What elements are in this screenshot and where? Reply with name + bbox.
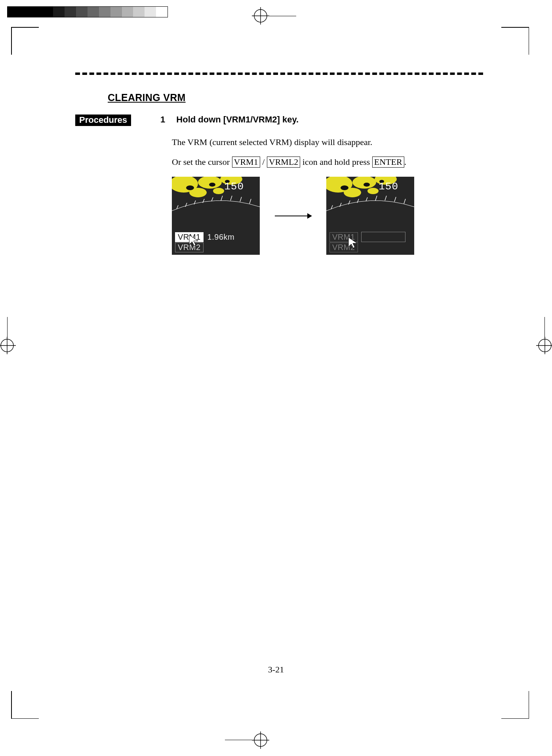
registration-mark-right: [536, 337, 552, 354]
svg-point-19: [209, 183, 215, 187]
crop-mark: [501, 27, 529, 55]
bearing-readout: 150: [379, 181, 398, 193]
svg-point-18: [186, 185, 194, 190]
radar-screenshot-before: 150 VRM1 1.96km VRM2: [172, 177, 260, 255]
svg-point-17: [213, 188, 224, 194]
step-number: 1: [160, 115, 165, 125]
procedures-badge: Procedures: [75, 115, 131, 126]
svg-point-40: [364, 183, 370, 187]
vrm1-value: 1.96km: [207, 233, 235, 242]
vrm1-tag-active: VRM1: [175, 232, 204, 242]
crop-mark: [501, 691, 529, 719]
screenshot-row: 150 VRM1 1.96km VRM2: [172, 177, 483, 255]
boxed-key-vrm1: VRM1: [232, 157, 260, 168]
boxed-key-enter: ENTER: [372, 157, 404, 168]
section-title: CLEARING VRM: [108, 92, 483, 103]
hairline: [7, 317, 8, 338]
bearing-readout: 150: [224, 181, 244, 193]
section-divider-dashed: [75, 73, 483, 75]
boxed-key-vrml2: VRML2: [267, 157, 301, 168]
svg-marker-32: [307, 213, 312, 219]
hairline: [269, 16, 296, 16]
vrm1-value-empty: [361, 232, 405, 242]
registration-mark-bottom: [252, 731, 269, 749]
arrow-right-icon: [274, 212, 312, 220]
crop-mark: [11, 691, 39, 719]
body-line-1: The VRM (current selected VRM) display w…: [172, 136, 483, 149]
svg-point-38: [367, 188, 379, 194]
procedure-step-row: Procedures 1 Hold down [VRM1/VRM2] key.: [75, 115, 483, 126]
content-area: CLEARING VRM Procedures 1 Hold down [VRM…: [75, 92, 483, 255]
hairline: [544, 317, 545, 338]
registration-mark-top: [252, 7, 269, 25]
page-number: 3-21: [0, 664, 552, 675]
body-line-2: Or set the cursor VRM1 / VRML2 icon and …: [172, 155, 483, 169]
vrm2-tag: VRM2: [175, 242, 204, 252]
step-body: The VRM (current selected VRM) display w…: [172, 136, 483, 169]
svg-point-39: [341, 185, 348, 190]
vrm1-tag-cleared: VRM1: [329, 232, 358, 242]
step-instruction: Hold down [VRM1/VRM2] key.: [176, 115, 299, 125]
hairline: [225, 740, 252, 740]
radar-screenshot-after: 150 VRM1 VRM2: [326, 177, 414, 255]
grayscale-calibration-bar: [7, 6, 168, 17]
crop-mark: [11, 27, 39, 55]
registration-mark-left: [0, 337, 16, 354]
vrm2-tag: VRM2: [329, 242, 358, 252]
